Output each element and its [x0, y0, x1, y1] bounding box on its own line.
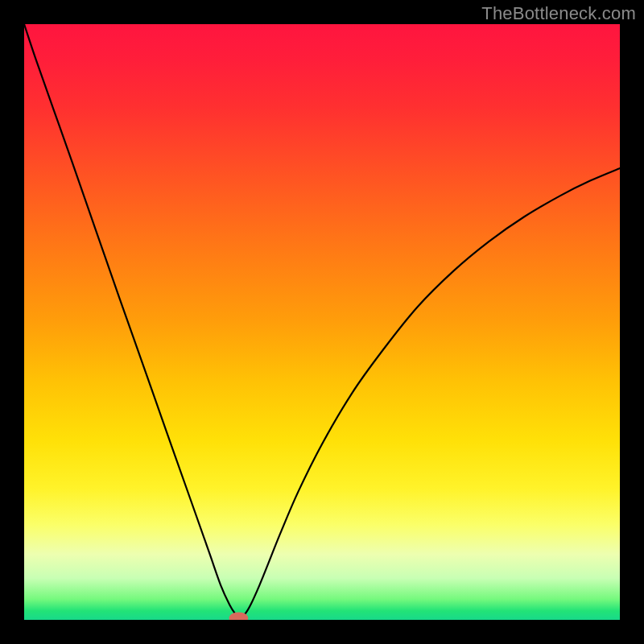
bottleneck-curve — [24, 24, 620, 618]
watermark-text: TheBottleneck.com — [481, 3, 636, 24]
curve-svg — [24, 24, 620, 620]
chart-frame: TheBottleneck.com — [0, 0, 644, 644]
plot-area — [24, 24, 620, 620]
